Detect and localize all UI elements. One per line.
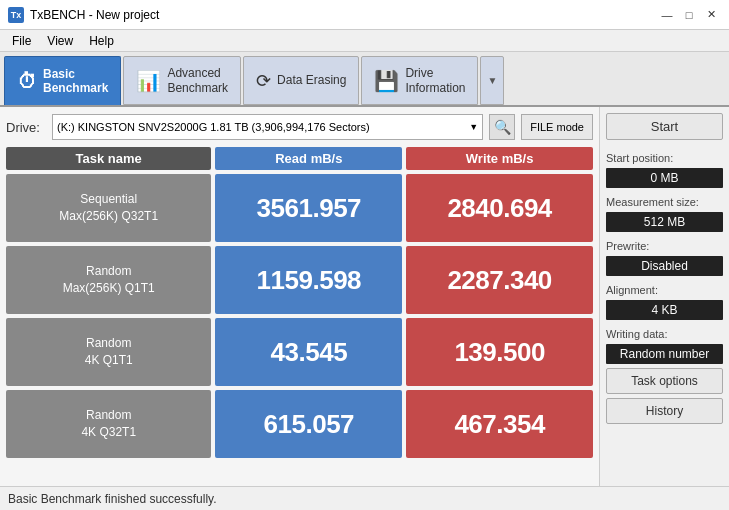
drive-select-wrapper[interactable]: (K:) KINGSTON SNV2S2000G 1.81 TB (3,906,… (52, 114, 483, 140)
drive-select[interactable]: (K:) KINGSTON SNV2S2000G 1.81 TB (3,906,… (53, 115, 482, 139)
start-button[interactable]: Start (606, 113, 723, 140)
file-mode-button[interactable]: FILE mode (521, 114, 593, 140)
menubar: File View Help (0, 30, 729, 52)
drive-row: Drive: (K:) KINGSTON SNV2S2000G 1.81 TB … (6, 113, 593, 141)
table-row: Random 4K Q32T1 615.057 467.354 (6, 390, 593, 458)
menu-view[interactable]: View (39, 32, 81, 50)
advanced-benchmark-icon: 📊 (136, 71, 161, 91)
measurement-size-value: 512 MB (606, 212, 723, 232)
basic-benchmark-line1: Basic (43, 67, 108, 81)
writing-data-value: Random number (606, 344, 723, 364)
read-value-1: 1159.598 (215, 246, 402, 314)
maximize-button[interactable]: □ (679, 5, 699, 25)
table-row: Random Max(256K) Q1T1 1159.598 2287.340 (6, 246, 593, 314)
task-options-button[interactable]: Task options (606, 368, 723, 394)
toolbar-drive-information[interactable]: 💾 Drive Information (361, 56, 478, 105)
right-panel: Start Start position: 0 MB Measurement s… (599, 107, 729, 486)
drive-information-line1: Drive (405, 66, 465, 80)
drive-refresh-button[interactable]: 🔍 (489, 114, 515, 140)
table-row: Random 4K Q1T1 43.545 139.500 (6, 318, 593, 386)
alignment-label: Alignment: (606, 284, 723, 296)
history-button[interactable]: History (606, 398, 723, 424)
write-value-2: 139.500 (406, 318, 593, 386)
statusbar: Basic Benchmark finished successfully. (0, 486, 729, 510)
read-value-0: 3561.957 (215, 174, 402, 242)
toolbar-basic-benchmark[interactable]: ⏱ Basic Benchmark (4, 56, 121, 105)
titlebar-left: Tx TxBENCH - New project (8, 7, 159, 23)
benchmark-table: Task name Read mB/s Write mB/s Sequentia… (6, 147, 593, 480)
table-row: Sequential Max(256K) Q32T1 3561.957 2840… (6, 174, 593, 242)
table-header: Task name Read mB/s Write mB/s (6, 147, 593, 170)
header-task: Task name (6, 147, 211, 170)
status-text: Basic Benchmark finished successfully. (8, 492, 217, 506)
header-read: Read mB/s (215, 147, 402, 170)
toolbar-advanced-benchmark[interactable]: 📊 Advanced Benchmark (123, 56, 241, 105)
write-value-1: 2287.340 (406, 246, 593, 314)
drive-label: Drive: (6, 120, 46, 135)
toolbar: ⏱ Basic Benchmark 📊 Advanced Benchmark ⟳… (0, 52, 729, 107)
header-write: Write mB/s (406, 147, 593, 170)
write-value-0: 2840.694 (406, 174, 593, 242)
toolbar-expand-button[interactable]: ▼ (480, 56, 504, 105)
start-position-label: Start position: (606, 152, 723, 164)
drive-information-line2: Information (405, 81, 465, 95)
close-button[interactable]: ✕ (701, 5, 721, 25)
advanced-benchmark-line2: Benchmark (167, 81, 228, 95)
task-label-2: Random 4K Q1T1 (6, 318, 211, 386)
read-value-3: 615.057 (215, 390, 402, 458)
titlebar-controls[interactable]: — □ ✕ (657, 5, 721, 25)
data-erasing-line1: Data Erasing (277, 73, 346, 87)
menu-help[interactable]: Help (81, 32, 122, 50)
read-value-2: 43.545 (215, 318, 402, 386)
task-label-0: Sequential Max(256K) Q32T1 (6, 174, 211, 242)
data-erasing-icon: ⟳ (256, 72, 271, 90)
task-label-1: Random Max(256K) Q1T1 (6, 246, 211, 314)
left-panel: Drive: (K:) KINGSTON SNV2S2000G 1.81 TB … (0, 107, 599, 486)
start-position-value: 0 MB (606, 168, 723, 188)
titlebar: Tx TxBENCH - New project — □ ✕ (0, 0, 729, 30)
basic-benchmark-icon: ⏱ (17, 71, 37, 91)
main-content: Drive: (K:) KINGSTON SNV2S2000G 1.81 TB … (0, 107, 729, 486)
alignment-value: 4 KB (606, 300, 723, 320)
minimize-button[interactable]: — (657, 5, 677, 25)
basic-benchmark-line2: Benchmark (43, 81, 108, 95)
writing-data-label: Writing data: (606, 328, 723, 340)
drive-information-icon: 💾 (374, 71, 399, 91)
prewrite-value: Disabled (606, 256, 723, 276)
titlebar-title: TxBENCH - New project (30, 8, 159, 22)
advanced-benchmark-line1: Advanced (167, 66, 228, 80)
write-value-3: 467.354 (406, 390, 593, 458)
app-icon: Tx (8, 7, 24, 23)
measurement-size-label: Measurement size: (606, 196, 723, 208)
toolbar-data-erasing[interactable]: ⟳ Data Erasing (243, 56, 359, 105)
prewrite-label: Prewrite: (606, 240, 723, 252)
task-label-3: Random 4K Q32T1 (6, 390, 211, 458)
menu-file[interactable]: File (4, 32, 39, 50)
